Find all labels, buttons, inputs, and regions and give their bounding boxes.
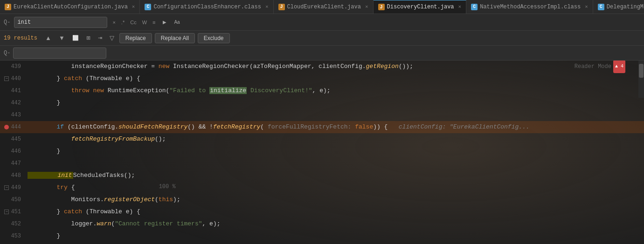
tab-label: DiscoveryClient.java — [387, 4, 454, 10]
line-number-439: 439 — [0, 63, 26, 70]
code-content-453: } — [26, 230, 60, 242]
line-number-449: − 449 — [0, 184, 26, 191]
java-icon: J — [278, 4, 285, 10]
table-row: 446 } — [0, 145, 644, 157]
table-row: − 449 try { — [0, 182, 644, 194]
clear-search-button[interactable]: × — [110, 19, 118, 26]
scrollbar[interactable] — [638, 61, 644, 98]
class-icon: C — [471, 4, 478, 10]
tab-delegating-accessor[interactable]: C DelegatingMethodAccessorImpl.class × — [593, 0, 644, 14]
results-bar: 19 results ▲ ▼ ⬜ ⊞ ⇥ ▽ Replace Replace A… — [0, 31, 644, 46]
tab-close-4[interactable]: × — [458, 4, 462, 10]
fold-451[interactable]: − — [4, 210, 9, 214]
prev-result-button[interactable]: ▲ — [43, 34, 54, 42]
case-button[interactable]: Cc — [128, 19, 138, 26]
open-in-button[interactable]: ⇥ — [96, 34, 104, 42]
code-content-448: initScheduledTasks(); — [26, 169, 135, 182]
line-number-441: 441 — [0, 88, 26, 94]
code-content-440: } catch (Throwable e) { — [26, 73, 140, 85]
replace-input[interactable] — [16, 50, 103, 56]
fold-449[interactable]: − — [4, 185, 9, 190]
table-row: 447 — [0, 157, 644, 169]
search-highlight-448: init — [28, 172, 73, 179]
line-number-451: − 451 — [0, 209, 26, 215]
table-row: 442 } — [0, 97, 644, 109]
table-row: − 451 } catch (Throwable e) { — [0, 206, 644, 218]
tab-close-5[interactable]: × — [585, 4, 588, 10]
results-count: 19 results — [4, 35, 37, 41]
code-content-451: } catch (Throwable e) { — [26, 206, 140, 218]
word-button[interactable]: W — [140, 19, 149, 26]
regex-button[interactable]: .* — [119, 19, 127, 26]
code-content-444: if (clientConfig.shouldFetchRegistry() &… — [26, 121, 530, 133]
tab-label: NativeMethodAccessorImpl.class — [480, 4, 581, 10]
zoom-label: 100 % — [159, 181, 176, 193]
tab-bar: J EurekaClientAutoConfiguration.java × C… — [0, 0, 644, 14]
match-case-toggle[interactable]: Aa — [172, 19, 182, 26]
tab-label: DelegatingMethodAccessorImpl.class — [607, 4, 644, 10]
code-content-450: Monitors.registerObject(this); 100 % — [26, 194, 180, 206]
line-number-444: 444 — [0, 124, 26, 130]
table-row: 450 Monitors.registerObject(this); 100 % — [0, 194, 644, 206]
replace-all-button[interactable]: Replace All — [155, 33, 195, 43]
search-input[interactable] — [17, 19, 104, 26]
replace-input-container — [13, 47, 106, 59]
scrollbar-thumb[interactable] — [639, 64, 644, 78]
table-row: 448 initScheduledTasks(); — [0, 169, 644, 182]
line-number-442: 442 — [0, 100, 26, 106]
table-row: 445 fetchRegistryFromBackup(); — [0, 133, 644, 145]
table-row: 441 throw new RuntimeException("Failed t… — [0, 85, 644, 97]
line-number-447: 447 — [0, 160, 26, 167]
search-prefix: Q- — [4, 19, 10, 26]
more-options-button[interactable]: ≡ — [150, 19, 158, 26]
class-icon: C — [598, 4, 604, 10]
java-icon: J — [378, 4, 385, 10]
table-row: − 440 } catch (Throwable e) { — [0, 73, 644, 85]
line-number-440: − 440 — [0, 75, 26, 82]
context-button[interactable]: ⊞ — [84, 34, 93, 42]
error-badge: ▲ 4 — [613, 61, 625, 73]
table-row: 443 — [0, 109, 644, 121]
code-content-446: } — [26, 145, 60, 157]
tab-discovery-client[interactable]: J DiscoveryClient.java × — [374, 0, 467, 14]
tab-label: ConfigurationClassEnhancer.class — [153, 4, 261, 10]
tab-cloud-eureka[interactable]: J CloudEurekaClient.java × — [274, 0, 374, 14]
tab-native-accessor[interactable]: C NativeMethodAccessorImpl.class × — [466, 0, 593, 14]
line-number-446: 446 — [0, 148, 26, 155]
tab-close-2[interactable]: × — [265, 4, 269, 10]
breakpoint-444[interactable] — [4, 125, 9, 129]
tab-close-3[interactable]: × — [365, 4, 368, 10]
table-row: 439 instanceRegionChecker = new Instance… — [0, 61, 644, 73]
next-result-button[interactable]: ▼ — [56, 34, 67, 42]
search-bar: Q- × .* Cc W ≡ ▶ Aa — [0, 14, 644, 31]
line-number-450: 450 — [0, 197, 26, 203]
toggle-wrap-button[interactable]: ⬜ — [70, 34, 81, 42]
code-content-439: instanceRegionChecker = new InstanceRegi… — [26, 61, 413, 73]
tab-label: CloudEurekaClient.java — [287, 4, 361, 10]
code-content-449: try { — [26, 182, 75, 194]
filter-button[interactable]: ▽ — [107, 34, 117, 42]
replace-button[interactable]: Replace — [119, 33, 152, 43]
code-content-443 — [26, 109, 31, 121]
tab-eureka-auto[interactable]: J EurekaClientAutoConfiguration.java × — [0, 0, 140, 14]
search-input-container — [14, 17, 107, 28]
code-content-441: throw new RuntimeException("Failed to in… — [26, 85, 331, 97]
line-number-452: 452 — [0, 221, 26, 227]
code-content-447 — [26, 157, 31, 169]
table-row: 444 if (clientConfig.shouldFetchRegistry… — [0, 121, 644, 133]
code-area: 439 instanceRegionChecker = new Instance… — [0, 61, 644, 242]
search-controls: × .* Cc W ≡ — [110, 19, 158, 26]
java-icon: J — [5, 4, 11, 10]
fold-440[interactable]: − — [4, 76, 9, 81]
tab-close-1[interactable]: × — [132, 4, 135, 10]
replace-bar: Q- — [0, 46, 644, 61]
exclude-button[interactable]: Exclude — [198, 33, 230, 43]
toggle-replace-button[interactable]: ▶ — [160, 19, 169, 26]
line-number-443: 443 — [0, 112, 26, 118]
tab-config-enhancer[interactable]: C ConfigurationClassEnhancer.class × — [140, 0, 273, 14]
line-number-445: 445 — [0, 136, 26, 142]
code-content-442: } — [26, 97, 60, 109]
tab-label: EurekaClientAutoConfiguration.java — [14, 4, 128, 10]
table-row: 452 logger.warn("Cannot register timers"… — [0, 218, 644, 230]
code-content-445: fetchRegistryFromBackup(); — [26, 133, 166, 145]
